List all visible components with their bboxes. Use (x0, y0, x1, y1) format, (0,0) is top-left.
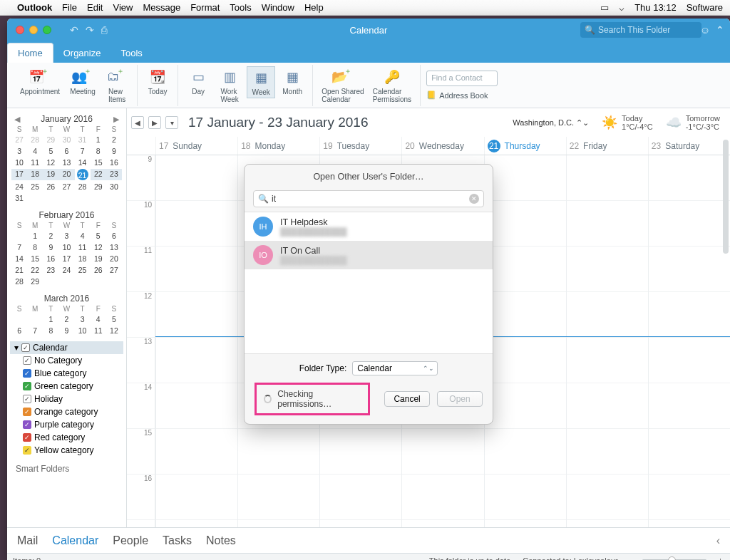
menubar-app[interactable]: Outlook (17, 2, 52, 13)
menu-tools[interactable]: Tools (230, 2, 251, 13)
screencast-icon[interactable]: ▭ (600, 2, 609, 13)
cancel-button[interactable]: Cancel (384, 391, 430, 407)
spinner-icon (264, 395, 272, 403)
menu-format[interactable]: Format (190, 2, 220, 13)
modal-overlay: Open Other User's Folder… 🔍 it ✕ IHIT He… (7, 19, 730, 560)
avatar: IO (253, 245, 273, 265)
checking-label: Checking permissions… (277, 389, 361, 409)
dialog-title: Open Other User's Folder… (245, 165, 493, 186)
menu-file[interactable]: File (62, 2, 77, 13)
dialog-results: IHIT Helpdesk████████████IOIT On Call███… (245, 212, 493, 354)
result-name: IT On Call (280, 246, 347, 256)
search-icon: 🔍 (258, 194, 269, 204)
menu-window[interactable]: Window (262, 2, 294, 13)
result-row[interactable]: IHIT Helpdesk████████████ (245, 212, 493, 241)
result-detail: ████████████ (280, 256, 347, 264)
avatar: IH (253, 217, 273, 237)
macos-menubar: Outlook File Edit View Message Format To… (0, 0, 730, 16)
checking-permissions-indicator: Checking permissions… (255, 383, 370, 415)
menu-message[interactable]: Message (143, 2, 180, 13)
clear-search-button[interactable]: ✕ (469, 194, 479, 204)
wifi-icon[interactable]: ⌵ (619, 2, 624, 13)
open-other-folder-dialog: Open Other User's Folder… 🔍 it ✕ IHIT He… (244, 164, 493, 425)
folder-type-label: Folder Type: (299, 363, 346, 373)
menu-view[interactable]: View (113, 2, 133, 13)
dialog-search-input[interactable]: 🔍 it ✕ (253, 190, 484, 207)
result-name: IT Helpdesk (280, 217, 347, 227)
result-detail: ████████████ (280, 227, 347, 236)
search-query: it (272, 194, 469, 204)
menubar-clock[interactable]: Thu 13:12 (634, 2, 677, 13)
folder-type-select[interactable]: Calendar (352, 361, 438, 375)
menubar-user[interactable]: Software (687, 2, 723, 13)
outlook-window: ↶ ↷ ⎙ Calendar 🔍 Search This Folder ☺ ⌃ … (7, 19, 730, 560)
result-row[interactable]: IOIT On Call████████████ (245, 241, 493, 269)
menu-help[interactable]: Help (304, 2, 324, 13)
open-button: Open (437, 391, 483, 407)
menu-edit[interactable]: Edit (87, 2, 103, 13)
